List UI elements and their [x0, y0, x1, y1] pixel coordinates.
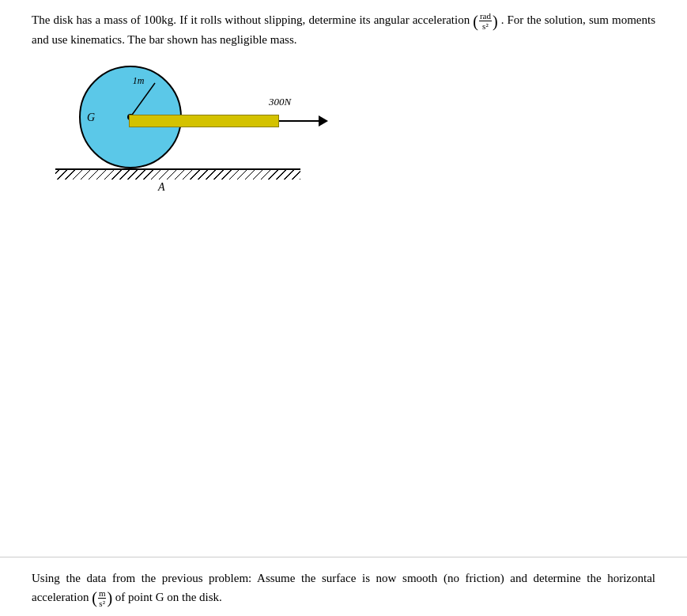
diagram: G 1m 300N A — [55, 57, 356, 195]
bar — [129, 115, 279, 127]
fraction-m-s2: m s² — [98, 588, 107, 608]
paren-open: ( — [473, 13, 478, 29]
paren2-open: ( — [92, 590, 97, 606]
problem2-text-end: of point G on the disk. — [115, 591, 222, 603]
arrow-line — [279, 120, 319, 122]
problem1-text-part1: The disk has a mass of 100kg. If it roll… — [32, 13, 470, 26]
problem2-text: Using the data from the previous problem… — [0, 557, 687, 616]
force-arrow — [279, 115, 328, 127]
label-300n: 300N — [269, 96, 291, 108]
ground-hatching — [55, 170, 300, 180]
fraction-rad-s2: rad s² — [479, 11, 492, 31]
arrow-head — [319, 115, 328, 127]
ground — [55, 168, 300, 180]
paren-close: ) — [493, 13, 498, 29]
problem1-text: The disk has a mass of 100kg. If it roll… — [32, 11, 655, 49]
page: The disk has a mass of 100kg. If it roll… — [0, 0, 687, 616]
label-a: A — [158, 181, 165, 194]
paren2-close: ) — [107, 590, 112, 606]
